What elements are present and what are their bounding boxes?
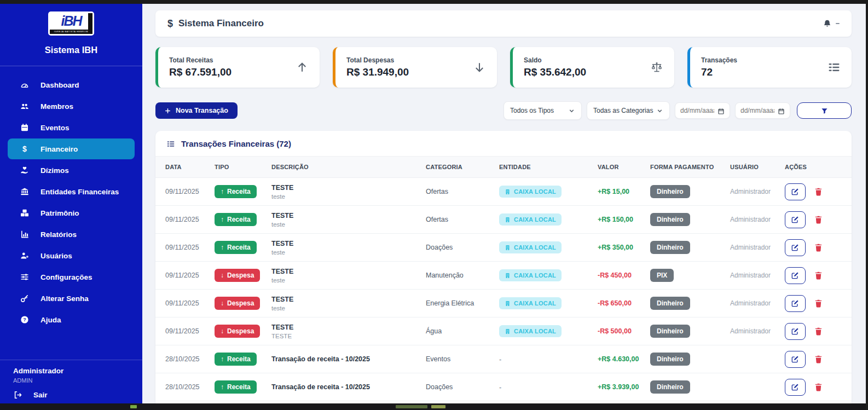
building-icon xyxy=(505,273,511,279)
cell-payment: Dinheiro xyxy=(650,297,730,310)
building-icon xyxy=(505,245,511,251)
logout-icon xyxy=(13,390,22,399)
toolbar: Nova Transação Todos os Tipos Todas as C… xyxy=(155,101,852,120)
sidebar-item-ajuda[interactable]: ? Ajuda xyxy=(8,309,135,330)
svg-text:$: $ xyxy=(22,145,27,153)
cell-description: TESTE TESTE xyxy=(271,324,426,339)
delete-button[interactable] xyxy=(814,187,823,197)
cell-date: 09/11/2025 xyxy=(165,327,215,335)
table-row: 28/10/2025 ↑ Receita Transação de receit… xyxy=(155,345,852,373)
type-arrow-icon: ↓ xyxy=(221,327,224,335)
edit-button[interactable] xyxy=(785,351,806,368)
sidebar-item-relatorios[interactable]: Relatórios xyxy=(8,224,135,245)
page-title: Sistema Financeiro xyxy=(178,18,264,29)
description-title: TESTE xyxy=(271,184,426,192)
sidebar-item-usuarios[interactable]: Usuários xyxy=(8,245,135,266)
table-header-row: DATATIPODESCRIÇÃOCATEGORIAENTIDADEVALORF… xyxy=(155,157,852,178)
cell-user: Administrador xyxy=(730,244,785,251)
table-row: 09/11/2025 ↓ Despesa TESTE teste Manuten… xyxy=(155,262,852,290)
app-logo: iBH IGREJA BATISTA HEBROM xyxy=(48,11,94,36)
date-to-input[interactable] xyxy=(740,107,774,114)
members-icon xyxy=(20,102,29,111)
cell-description: TESTE teste xyxy=(271,212,426,228)
column-header-valor: VALOR xyxy=(598,157,650,177)
sidebar-item-membros[interactable]: Membros xyxy=(8,96,135,117)
cell-description: Transação de receita - 10/2025 xyxy=(271,383,426,391)
cell-actions xyxy=(785,379,844,396)
edit-button[interactable] xyxy=(785,295,806,312)
entity-badge: CAIXA LOCAL xyxy=(499,269,562,281)
cell-actions xyxy=(785,267,844,284)
app-root: iBH IGREJA BATISTA HEBROM Sistema IBH Da… xyxy=(0,4,866,403)
type-filter-select[interactable]: Todos os Tipos xyxy=(504,101,582,120)
delete-button[interactable] xyxy=(814,243,823,252)
entity-badge: CAIXA LOCAL xyxy=(499,297,562,309)
card-value: 72 xyxy=(701,66,737,78)
sidebar-item-label: Dashboard xyxy=(40,81,79,89)
sidebar-item-dizimos[interactable]: Dízimos xyxy=(8,160,135,181)
sidebar-item-patrimonio[interactable]: Patrimônio xyxy=(8,203,135,223)
cell-date: 09/11/2025 xyxy=(165,188,215,195)
category-filter-select[interactable]: Todas as Categorias xyxy=(587,101,670,120)
logout-button[interactable]: Sair xyxy=(13,390,129,399)
sidebar-item-financeiro[interactable]: $ Financeiro xyxy=(8,138,135,159)
table-row: 09/11/2025 ↓ Despesa TESTE teste Energia… xyxy=(155,290,852,317)
calendar-icon[interactable] xyxy=(778,107,785,114)
entity-empty: - xyxy=(499,356,501,363)
description-title: TESTE xyxy=(271,324,426,331)
transactions-panel: Transações Financeiras (72) DATATIPODESC… xyxy=(155,131,852,403)
delete-button[interactable] xyxy=(814,327,823,336)
type-arrow-icon: ↓ xyxy=(221,299,224,307)
date-from-input[interactable] xyxy=(680,107,714,114)
cell-category: Ofertas xyxy=(426,188,499,195)
sidebar-item-eventos[interactable]: Eventos xyxy=(8,117,135,138)
main-area: $ Sistema Financeiro Total Receitas R$ 6… xyxy=(142,4,866,403)
type-badge: ↑ Receita xyxy=(215,353,257,366)
cell-type: ↓ Despesa xyxy=(215,325,271,338)
edit-button[interactable] xyxy=(785,211,806,228)
sidebar-item-entidades-financeiras[interactable]: Entidades Financeiras xyxy=(8,181,135,202)
bell-icon[interactable] xyxy=(823,19,832,28)
sidebar-item-label: Alterar Senha xyxy=(40,294,89,303)
payment-badge: Dinheiro xyxy=(650,241,690,254)
date-from-field[interactable] xyxy=(675,102,730,119)
table-row: 09/11/2025 ↓ Despesa TESTE TESTE Água CA… xyxy=(155,317,852,345)
arrow-up-icon xyxy=(296,61,309,74)
column-header-forma-pagamento: FORMA PAGAMENTO xyxy=(650,157,730,177)
sidebar-item-alterar-senha[interactable]: Alterar Senha xyxy=(8,288,135,309)
cell-entity: CAIXA LOCAL xyxy=(499,269,598,281)
entity-badge: CAIXA LOCAL xyxy=(499,186,562,198)
delete-button[interactable] xyxy=(814,355,823,364)
delete-button[interactable] xyxy=(814,271,823,280)
cell-value: +R$ 15,00 xyxy=(598,188,650,195)
cell-actions xyxy=(785,323,844,340)
type-badge: ↓ Despesa xyxy=(215,325,260,338)
edit-button[interactable] xyxy=(785,323,806,340)
notifications-caret[interactable] xyxy=(836,23,840,24)
sidebar-item-configuracoes[interactable]: Configurações xyxy=(8,267,135,287)
type-arrow-icon: ↑ xyxy=(221,216,224,223)
delete-button[interactable] xyxy=(814,299,823,308)
cell-user: Administrador xyxy=(730,299,785,307)
panel-header: Transações Financeiras (72) xyxy=(155,131,852,157)
cell-entity: CAIXA LOCAL xyxy=(499,241,598,253)
new-transaction-label: Nova Transação xyxy=(176,107,228,114)
description-title: Transação de receita - 10/2025 xyxy=(271,383,426,391)
delete-button[interactable] xyxy=(814,215,823,224)
date-to-field[interactable] xyxy=(735,102,790,119)
window-top-edge xyxy=(0,0,868,4)
edit-button[interactable] xyxy=(785,183,806,200)
edit-button[interactable] xyxy=(785,267,806,284)
taskbar-strip xyxy=(0,403,868,410)
edit-button[interactable] xyxy=(785,239,806,256)
funnel-icon xyxy=(821,107,828,114)
sidebar-item-dashboard[interactable]: Dashboard xyxy=(8,74,135,95)
calendar-icon[interactable] xyxy=(717,107,725,114)
apply-filter-button[interactable] xyxy=(797,102,852,119)
delete-button[interactable] xyxy=(814,383,823,392)
hand-heart-icon xyxy=(20,166,29,175)
new-transaction-button[interactable]: Nova Transação xyxy=(155,102,238,119)
payment-badge: Dinheiro xyxy=(650,213,690,226)
edit-button[interactable] xyxy=(785,379,806,396)
cell-description: TESTE teste xyxy=(271,240,426,256)
